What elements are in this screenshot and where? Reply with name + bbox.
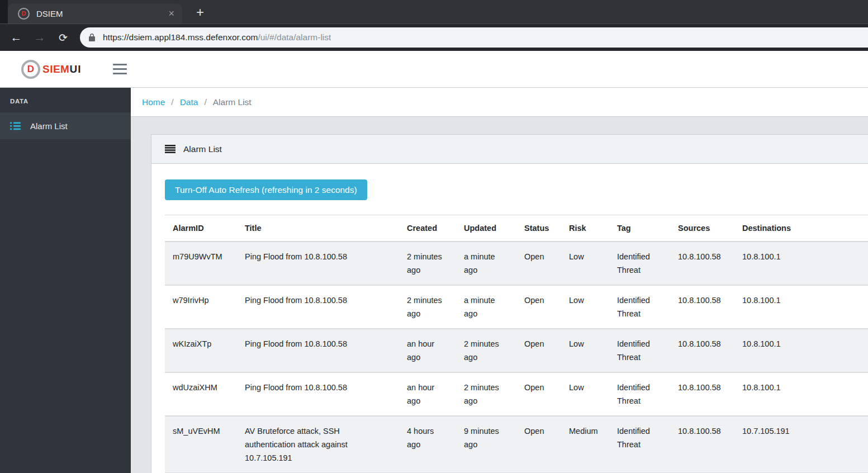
cell-sources: 10.8.100.58 [670, 416, 734, 473]
cell-updated: 2 minutes ago [456, 372, 516, 416]
cell-updated: a minute ago [456, 285, 516, 329]
back-button[interactable]: ← [4, 31, 28, 44]
cell-status: Open [516, 285, 561, 329]
cell-title: Ping Flood from 10.8.100.58 [237, 372, 399, 416]
column-header-created: Created [399, 215, 456, 242]
cell-risk: Medium [561, 416, 609, 473]
app-header: D SIEM UI [0, 51, 868, 88]
card-title: Alarm List [183, 144, 222, 154]
cell-status: Open [516, 329, 561, 372]
cell-destinations: 10.8.100.1 [734, 285, 868, 329]
cell-title: AV Bruteforce attack, SSH authentication… [237, 416, 399, 473]
cell-risk: Low [561, 285, 609, 329]
new-tab-button[interactable]: + [191, 4, 209, 22]
cell-status: Open [516, 372, 561, 416]
cell-tag: Identified Threat [609, 416, 670, 473]
cell-destinations: 10.8.100.1 [734, 242, 868, 285]
table-row[interactable]: wKIzaiXTpPing Flood from 10.8.100.58an h… [165, 329, 868, 372]
alarm-list-card: Alarm List Turn-Off Auto Refresh (refres… [151, 134, 868, 473]
cell-updated: a minute ago [456, 242, 516, 285]
cell-title: Ping Flood from 10.8.100.58 [237, 285, 399, 329]
cell-sources: 10.8.100.58 [670, 372, 734, 416]
cell-tag: Identified Threat [609, 329, 670, 372]
cell-tag: Identified Threat [609, 372, 670, 416]
breadcrumb-separator: / [198, 97, 212, 107]
table-header-row: AlarmIDTitleCreatedUpdatedStatusRiskTagS… [165, 215, 868, 242]
cell-alarm_id: wKIzaiXTp [165, 329, 237, 372]
cell-alarm_id: sM_uVEvHM [165, 416, 237, 473]
card-header: Alarm List [151, 135, 868, 164]
toggler-bar [113, 68, 127, 70]
cell-tag: Identified Threat [609, 242, 670, 285]
list-icon [10, 122, 21, 130]
dsiem-logo[interactable]: D SIEM UI [21, 60, 81, 79]
cell-status: Open [516, 416, 561, 473]
cell-updated: 9 minutes ago [456, 416, 516, 473]
cell-destinations: 10.8.100.1 [734, 372, 868, 416]
browser-window: D DSIEM × + ← → ⟳ https://dsiem.appl184.… [0, 0, 868, 473]
cell-destinations: 10.8.100.1 [734, 329, 868, 372]
card-body: Turn-Off Auto Refresh (refreshing in 2 s… [151, 164, 868, 473]
logo-text-ui: UI [69, 63, 81, 75]
sidebar-section-data: DATA [0, 88, 131, 112]
breadcrumb-home-link[interactable]: Home [142, 97, 165, 107]
tab-close-icon[interactable]: × [168, 8, 174, 18]
cell-sources: 10.8.100.58 [670, 285, 734, 329]
cell-title: Ping Flood from 10.8.100.58 [237, 329, 399, 372]
breadcrumb: Home / Data / Alarm List [131, 88, 868, 117]
cell-sources: 10.8.100.58 [670, 242, 734, 285]
sidebar-item-label: Alarm List [30, 121, 68, 131]
breadcrumb-data-link[interactable]: Data [180, 97, 198, 107]
window-corner [0, 0, 8, 23]
column-header-tag: Tag [609, 215, 670, 242]
column-header-destinations: Destinations [734, 215, 868, 242]
cell-sources: 10.8.100.58 [670, 329, 734, 372]
browser-tab-dsiem[interactable]: D DSIEM × [8, 3, 182, 23]
logo-text-siem: SIEM [42, 63, 69, 75]
cell-alarm_id: m79U9WvTM [165, 242, 237, 285]
table-row[interactable]: m79U9WvTMPing Flood from 10.8.100.582 mi… [165, 242, 868, 285]
url-text: https://dsiem.appl184.mss.defenxor.com/u… [103, 32, 331, 42]
cell-created: 4 hours ago [399, 416, 456, 473]
cell-status: Open [516, 242, 561, 285]
content-area: Alarm List Turn-Off Auto Refresh (refres… [131, 117, 868, 473]
cell-alarm_id: wdUzaiXHM [165, 372, 237, 416]
column-header-updated: Updated [456, 215, 516, 242]
cell-updated: 2 minutes ago [456, 329, 516, 372]
cell-risk: Low [561, 242, 609, 285]
browser-toolbar: ← → ⟳ https://dsiem.appl184.mss.defenxor… [0, 24, 868, 51]
dsiem-favicon-icon: D [18, 8, 30, 20]
breadcrumb-current: Alarm List [213, 97, 252, 107]
column-header-alarm_id: AlarmID [165, 215, 237, 242]
app-body: DATA Alarm List Home / Data / Alarm List [0, 88, 868, 473]
cell-created: 2 minutes ago [399, 285, 456, 329]
table-row[interactable]: w79IrivHpPing Flood from 10.8.100.582 mi… [165, 285, 868, 329]
auto-refresh-toggle-button[interactable]: Turn-Off Auto Refresh (refreshing in 2 s… [165, 179, 367, 200]
toggler-bar [113, 64, 127, 65]
cell-created: an hour ago [399, 329, 456, 372]
lock-icon [88, 33, 96, 42]
cell-created: 2 minutes ago [399, 242, 456, 285]
menu-icon [165, 145, 176, 153]
cell-tag: Identified Threat [609, 285, 670, 329]
breadcrumb-separator: / [165, 97, 179, 107]
url-path: /ui/#/data/alarm-list [258, 32, 331, 42]
sidebar-toggle-button[interactable] [113, 61, 127, 77]
table-row[interactable]: wdUzaiXHMPing Flood from 10.8.100.58an h… [165, 372, 868, 416]
sidebar: DATA Alarm List [0, 88, 131, 473]
alarm-table: AlarmIDTitleCreatedUpdatedStatusRiskTagS… [165, 215, 868, 473]
forward-button[interactable]: → [28, 31, 51, 44]
main-area: Home / Data / Alarm List Alarm List Turn… [131, 88, 868, 473]
cell-created: an hour ago [399, 372, 456, 416]
tab-strip: D DSIEM × + [0, 0, 868, 24]
table-row[interactable]: sM_uVEvHMAV Bruteforce attack, SSH authe… [165, 416, 868, 473]
address-bar[interactable]: https://dsiem.appl184.mss.defenxor.com/u… [80, 27, 868, 48]
sidebar-item-alarm-list[interactable]: Alarm List [0, 112, 131, 139]
reload-button[interactable]: ⟳ [51, 31, 75, 44]
cell-risk: Low [561, 329, 609, 372]
column-header-sources: Sources [670, 215, 734, 242]
column-header-status: Status [516, 215, 561, 242]
cell-risk: Low [561, 372, 609, 416]
cell-alarm_id: w79IrivHp [165, 285, 237, 329]
cell-title: Ping Flood from 10.8.100.58 [237, 242, 399, 285]
